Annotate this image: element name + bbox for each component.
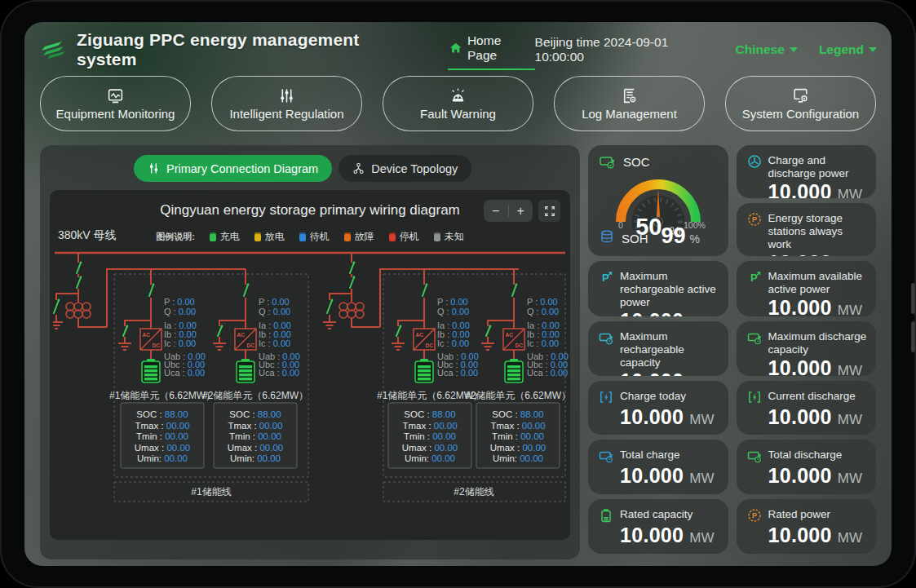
nav-system-configuration[interactable]: System Configuration <box>725 76 876 131</box>
metric-card-rated-capacity: Rated capacity 10.000MW <box>588 499 728 554</box>
wiring-panel: Primary Connection Diagram Device Topolo… <box>40 145 580 559</box>
document-gear-icon <box>621 87 638 104</box>
tab-primary-connection-diagram[interactable]: Primary Connection Diagram <box>134 155 332 182</box>
metric-unit: MW <box>838 412 862 427</box>
metric-card-energy-storage-always-work: P Energy storage stations always work 10… <box>737 203 877 256</box>
soh-row: SOH 99 % <box>600 223 700 249</box>
p-circle-icon: P <box>747 212 763 228</box>
tab-device-topology[interactable]: Device Topology <box>339 155 471 182</box>
app-screen: Ziguang PPC energy management system Hom… <box>24 22 892 566</box>
tablet-frame: Ziguang PPC energy management system Hom… <box>0 0 916 588</box>
svg-text:P: P <box>602 272 609 284</box>
metric-value: 10.000 <box>620 309 684 316</box>
diagram-title-row: Qingyuan energy storage primary wiring d… <box>50 197 570 226</box>
battery-badge-icon <box>747 330 763 346</box>
metric-value: 10.000 <box>768 464 832 487</box>
legend-item-charging: 充电 <box>210 230 240 244</box>
legend-dropdown[interactable]: Legend <box>819 42 877 57</box>
svg-text:SOC : 88.00: SOC : 88.00 <box>136 409 188 419</box>
metric-unit: MW <box>838 471 862 486</box>
battery-vertical-icon <box>599 508 614 524</box>
p-circle-icon: P <box>747 508 763 524</box>
metric-value: 10.000 <box>768 180 832 198</box>
zoom-control: − + <box>484 200 533 222</box>
svg-text:Tmin : 00.00: Tmin : 00.00 <box>229 431 281 441</box>
nav-fault-warning[interactable]: Fault Warning <box>383 76 533 131</box>
battery-status-icon <box>254 232 261 241</box>
metric-title: Maximum rechargeable capacity <box>620 330 720 369</box>
svg-text:Tmax : 00.00: Tmax : 00.00 <box>402 421 457 431</box>
svg-text:P : 0.00: P : 0.00 <box>164 297 195 307</box>
power-circle-icon <box>747 154 763 170</box>
nav-intelligent-regulation[interactable]: Intelligent Regulation <box>211 76 362 131</box>
metric-value: 10.000 <box>620 464 684 487</box>
metric-card-max-rechargeable-capacity: Maximum rechargeable capacity 10.000MW <box>588 321 728 376</box>
legend-value: Legend <box>819 42 864 57</box>
nav-label: Intelligent Regulation <box>229 107 343 121</box>
svg-text:Q : 0.00: Q : 0.00 <box>259 307 290 316</box>
svg-text:Umax : 00.00: Umax : 00.00 <box>490 443 546 453</box>
svg-text:Uca : 0.00: Uca : 0.00 <box>164 368 205 378</box>
svg-text:Uca : 0.00: Uca : 0.00 <box>437 368 478 378</box>
p-letter-icon: P <box>747 270 763 285</box>
language-dropdown[interactable]: Chinese <box>736 42 798 57</box>
diagram-tabs: Primary Connection Diagram Device Topolo… <box>134 155 570 182</box>
svg-text:Tmin : 00.00: Tmin : 00.00 <box>136 431 188 441</box>
metric-title: Maximum available active power <box>768 270 869 296</box>
svg-text:Ic : 0.00: Ic : 0.00 <box>164 338 196 348</box>
metric-value: 10.000 <box>768 524 832 546</box>
clock-text: Beijing time 2024-09-01 10:00:00 <box>535 35 715 64</box>
metric-unit: MW <box>838 363 862 376</box>
nav-label: Log Management <box>582 107 677 121</box>
volume-up-button <box>911 283 915 314</box>
home-page-label: Home Page <box>467 33 532 63</box>
metric-title: Charge and discharge power <box>768 154 869 180</box>
svg-text:Umin: 00.00: Umin: 00.00 <box>230 453 281 463</box>
fullscreen-button[interactable] <box>538 200 560 222</box>
nav-label: Equipment Monitoring <box>56 107 175 121</box>
chevron-down-icon <box>790 47 798 52</box>
metric-unit: MW <box>689 471 714 486</box>
metric-title: Rated capacity <box>620 508 693 521</box>
p-letter-icon: P <box>599 270 614 285</box>
bolt-brackets-icon <box>599 390 614 405</box>
metric-unit: MW <box>689 412 714 427</box>
circuit-icon <box>148 162 160 175</box>
metric-card-charge-today: Charge today 10.000MW <box>588 381 728 435</box>
nav-equipment-monitoring[interactable]: Equipment Monitoring <box>40 76 191 131</box>
storage-line-label: #2储能线 <box>454 486 493 497</box>
svg-text:Umin: 00.00: Umin: 00.00 <box>137 453 188 463</box>
metric-unit: MW <box>689 316 714 316</box>
busbar-label: 380kV 母线 <box>58 228 117 243</box>
svg-text:P : 0.00: P : 0.00 <box>437 297 468 307</box>
battery-status-icon <box>299 232 306 241</box>
app-logo-icon <box>39 38 70 61</box>
battery-status-icon <box>434 232 440 241</box>
metric-card-max-available-active-power: P Maximum available active power 10.000M… <box>737 261 877 316</box>
metric-unit: MW <box>838 303 862 316</box>
metric-title: Maximum discharge capacity <box>768 330 869 356</box>
soh-unit: % <box>690 232 700 245</box>
soc-header: SOC <box>600 155 650 169</box>
tab-label: Primary Connection Diagram <box>166 162 318 175</box>
storage-line-label: #1储能线 <box>191 486 231 497</box>
home-page-link[interactable]: Home Page <box>448 30 535 70</box>
battery-status-icon <box>210 232 216 241</box>
svg-text:Tmax : 00.00: Tmax : 00.00 <box>490 421 545 431</box>
legend-item-fault: 故障 <box>344 230 374 244</box>
svg-text:SOC : 88.00: SOC : 88.00 <box>404 409 455 419</box>
unit-stats-box: SOC : 88.00 Tmax : 00.00 Tmin : 00.00 Um… <box>121 403 204 468</box>
main-navigation: Equipment Monitoring Intelligent Regulat… <box>40 76 876 133</box>
metric-value: 10.000 <box>620 405 684 428</box>
svg-text:Umax : 00.00: Umax : 00.00 <box>135 443 190 453</box>
soh-icon <box>600 229 614 244</box>
zoom-in-button[interactable]: + <box>509 200 533 222</box>
unit-stats-box: SOC : 88.00 Tmax : 00.00 Tmin : 00.00 Um… <box>476 403 560 468</box>
topology-icon <box>352 162 365 175</box>
legend-title: 图例说明: <box>156 231 195 243</box>
svg-text:Umin: 00.00: Umin: 00.00 <box>405 453 455 463</box>
battery-status-icon <box>344 232 351 241</box>
metric-card-rated-power: P Rated power 10.000MW <box>737 499 877 554</box>
nav-log-management[interactable]: Log Management <box>554 76 705 131</box>
zoom-out-button[interactable]: − <box>484 200 508 222</box>
